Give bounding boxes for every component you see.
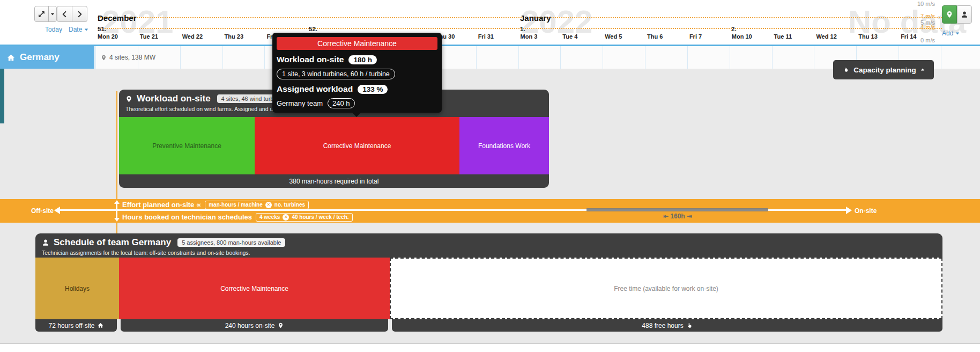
home-icon [98, 322, 103, 328]
day-label: Wed 5 [605, 33, 622, 40]
schedule-panel-subtitle: Technician assignments for the local tea… [42, 250, 936, 256]
tooltip-title: Corrective Maintenance [277, 37, 437, 50]
add-button-group [942, 5, 972, 24]
booked-range-label: ⇤ 160h ⇥ [648, 212, 708, 220]
day-gridline [95, 46, 96, 69]
schedule-block[interactable]: Corrective Maintenance [119, 258, 390, 319]
pill-text: man-hours / machine [209, 202, 263, 208]
pill-text: no. turbines [274, 202, 305, 208]
bottom-strip [0, 343, 980, 352]
tooltip-assigned-value: 133 % [358, 85, 388, 94]
chevron-left-icon [61, 11, 68, 18]
prev-button[interactable] [57, 6, 72, 22]
effort-planned-row: Effort planned on-site ∝ man-hours / mac… [122, 200, 312, 209]
month-label: December [98, 13, 137, 23]
wind-scale-label: 7 m/s [901, 13, 935, 19]
arrow-right-icon [846, 207, 852, 214]
location-pin-icon [125, 96, 132, 102]
schedule-footer: 72 hours off-site [35, 319, 117, 332]
diagonal-arrows-icon [38, 11, 45, 18]
tooltip-assigned-label: Assigned workload [277, 84, 353, 94]
person-icon [961, 11, 968, 18]
nav-button-group [57, 6, 87, 22]
flow-band: Off-site On-site Effort planned on-site … [0, 199, 980, 223]
booking-formula-pill: 4 weeks✕40 hours / week / tech. [256, 213, 353, 222]
add-dropdown[interactable]: Add [942, 30, 960, 37]
range-dropdown-button[interactable] [48, 6, 57, 22]
day-label: Mon 10 [732, 33, 752, 40]
schedule-panel-badge: 5 assignees, 800 man-hours available [177, 238, 285, 247]
schedule-block[interactable]: Holidays [35, 258, 119, 319]
day-label: Wed 22 [182, 33, 203, 40]
date-dropdown[interactable]: Date [69, 26, 88, 33]
schedule-footer-label: 240 hours on-site [225, 322, 275, 329]
tooltip-team-label: Germany team [277, 99, 323, 107]
day-label: Tue 4 [562, 33, 577, 40]
schedule-block[interactable]: Free time (available for work on-site) [390, 258, 942, 319]
capacity-planning-button[interactable]: Capacity planning [833, 60, 934, 79]
day-label: Wed 12 [816, 33, 836, 40]
workload-block[interactable]: Corrective Maintenance [255, 117, 459, 174]
tooltip-workload-label: Workload on-site [277, 55, 344, 64]
wind-scale-label: 0 m/s [901, 37, 935, 43]
scheduler-app: 20212022No data Today Date DecemberJanua… [0, 0, 980, 352]
task-tooltip: Corrective Maintenance Workload on-site … [272, 33, 442, 113]
timeline-divider [0, 45, 980, 46]
week-label: 52. [309, 26, 317, 32]
pill-text: 4 weeks [259, 214, 280, 220]
multiply-icon: ✕ [265, 202, 272, 208]
day-label: Thu 23 [225, 33, 243, 40]
timeline-header: 20212022No data Today Date DecemberJanua… [0, 0, 980, 45]
day-gridline [264, 46, 265, 69]
wind-scale-label: 10 m/s [901, 1, 935, 7]
collapsed-row-strip[interactable] [0, 69, 4, 123]
region-summary: 4 sites, 138 MW [101, 46, 155, 69]
pill-text: 40 hours / week / tech. [292, 214, 348, 220]
schedule-blocks: HolidaysCorrective MaintenanceFree time … [35, 258, 942, 319]
chevron-down-icon [50, 12, 55, 16]
schedule-footer: 240 hours on-site [121, 319, 388, 332]
day-gridline [560, 46, 561, 69]
next-button[interactable] [72, 6, 87, 22]
day-label: Thu 6 [647, 33, 663, 40]
add-person-button[interactable] [957, 5, 972, 24]
add-site-button[interactable] [942, 5, 957, 24]
region-name-label: Germany [20, 52, 60, 63]
schedule-panel-title: Schedule of team Germany [54, 237, 171, 248]
double-arrow-icon [114, 218, 120, 222]
workload-blocks: Preventive MaintenanceCorrective Mainten… [119, 117, 549, 174]
day-label: Tue 11 [774, 33, 792, 40]
day-gridline [222, 46, 223, 69]
day-gridline [772, 46, 773, 69]
chevron-right-icon [76, 11, 83, 18]
tooltip-team-value: 240 h [328, 98, 355, 108]
off-site-label: Off-site [24, 207, 54, 215]
arrow-left-icon [54, 207, 60, 214]
week-label: 2. [731, 26, 737, 32]
day-gridline [941, 46, 941, 69]
day-label: Mon 20 [98, 33, 118, 40]
person-icon [42, 239, 49, 246]
region-germany[interactable]: Germany [0, 46, 94, 69]
day-gridline [180, 46, 181, 69]
expand-range-button[interactable] [34, 6, 49, 22]
hours-booked-row: Hours booked on technician schedules 4 w… [122, 212, 356, 222]
day-label: Tue 21 [140, 33, 158, 40]
today-link[interactable]: Today [45, 26, 62, 33]
day-gridline [730, 46, 730, 69]
chevron-down-icon [84, 27, 88, 32]
double-arrow-line [116, 203, 117, 218]
week-label: 51. [98, 26, 106, 32]
multiply-icon: ✕ [283, 214, 289, 221]
workload-block[interactable]: Preventive Maintenance [119, 117, 255, 174]
day-gridline [645, 46, 645, 69]
location-pin-icon [946, 11, 953, 18]
wind-scale-label: 4 m/s [901, 24, 935, 31]
effort-formula-pill: man-hours / machine✕no. turbines [205, 201, 309, 209]
tooltip-pointer [352, 113, 361, 117]
home-icon [7, 54, 15, 62]
workload-block[interactable]: Foundations Work [459, 117, 549, 174]
schedule-panel: Schedule of team Germany 5 assignees, 80… [35, 233, 942, 319]
zoom-button-group [34, 6, 57, 22]
day-label: Fri 7 [689, 33, 702, 40]
